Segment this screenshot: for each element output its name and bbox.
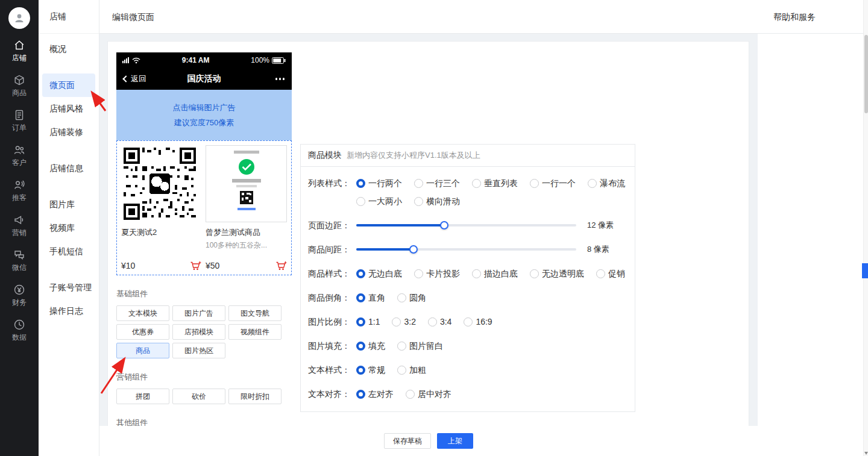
radio-regular[interactable]: 常规: [356, 363, 385, 376]
product-name: 夏天测试2: [121, 227, 201, 238]
radio-ratio-3-4[interactable]: 3:4: [428, 315, 451, 328]
sidebar-item-operation-log[interactable]: 操作日志: [39, 299, 99, 323]
setting-row-text-align: 文本对齐： 左对齐 居中对齐: [308, 387, 625, 401]
marketing-icon: [13, 214, 25, 226]
sidebar-item-image-library[interactable]: 图片库: [39, 193, 99, 216]
sidebar-item-wechat[interactable]: 微信: [0, 242, 39, 277]
slider-handle[interactable]: [440, 221, 448, 230]
radio-icon: [356, 342, 365, 351]
help-and-service-link[interactable]: 帮助和服务: [773, 12, 816, 23]
component-btn-image-ad[interactable]: 图片广告: [172, 305, 225, 321]
cart-plus-icon: [190, 261, 201, 270]
vertical-scrollbar[interactable]: [863, 0, 868, 456]
radio-one-per-row[interactable]: 一行一个: [530, 176, 576, 190]
image-ad-placeholder[interactable]: 点击编辑图片广告 建议宽度750像素: [116, 90, 292, 140]
publish-button[interactable]: 上架: [437, 433, 473, 449]
sidebar-item-shop-info[interactable]: 店铺信息: [39, 157, 99, 180]
right-help-column: [758, 34, 863, 456]
store-avatar[interactable]: [8, 7, 30, 29]
scrollbar-down-arrow-icon[interactable]: [864, 452, 868, 455]
radio-icon: [397, 293, 406, 302]
component-btn-goods[interactable]: 商品: [116, 343, 169, 358]
sidebar-item-micropage[interactable]: 微页面: [42, 73, 95, 97]
radio-round-corner[interactable]: 圆角: [397, 291, 426, 304]
component-btn-image-text-nav[interactable]: 图文导航: [228, 305, 281, 321]
setting-label: 图片比例：: [308, 315, 356, 328]
slider-handle[interactable]: [409, 245, 418, 254]
radio-fill[interactable]: 填充: [356, 339, 385, 352]
save-draft-button[interactable]: 保存草稿: [384, 433, 431, 449]
product-desc: 100多种的五谷杂...: [206, 240, 287, 251]
product-price: ¥10: [121, 261, 135, 270]
sidebar-item-sms[interactable]: 手机短信: [39, 240, 99, 263]
micropage-title: 国庆活动: [116, 73, 292, 84]
phone-preview-column: 9:41 AM 100% 返回 国庆活动: [116, 52, 292, 434]
sidebar-item-orders[interactable]: 订单: [0, 102, 39, 137]
sidebar-item-subaccount[interactable]: 子账号管理: [39, 276, 99, 299]
app-window: 店铺 商品 订单 客户 推客 营销 微信 财务: [0, 0, 868, 456]
radio-icon: [472, 269, 481, 278]
radio-stroke-white[interactable]: 描边白底: [472, 267, 518, 280]
item-gap-slider[interactable]: [356, 243, 576, 256]
sidebar-item-data[interactable]: 数据: [0, 312, 39, 347]
secondary-sidebar-title: 店铺: [39, 0, 99, 34]
sidebar-item-promoter[interactable]: 推客: [0, 172, 39, 207]
radio-image-padding[interactable]: 图片留白: [397, 339, 443, 352]
radio-ratio-3-2[interactable]: 3:2: [392, 315, 415, 328]
component-btn-store-sign[interactable]: 店招模块: [172, 324, 225, 340]
component-btn-flash-discount[interactable]: 限时折扣: [228, 389, 281, 404]
radio-icon: [596, 269, 605, 278]
sidebar-item-overview[interactable]: 概况: [39, 37, 99, 61]
radio-card-shadow[interactable]: 卡片投影: [414, 267, 460, 280]
orders-icon: [13, 109, 25, 121]
setting-label: 商品倒角：: [308, 291, 356, 304]
topbar: 编辑微页面 帮助和服务: [99, 0, 868, 34]
radio-no-border-white[interactable]: 无边白底: [356, 267, 402, 280]
radio-two-per-row[interactable]: 一行两个: [356, 176, 402, 190]
component-btn-text-module[interactable]: 文本模块: [116, 305, 169, 321]
sidebar-item-label: 店铺: [12, 54, 27, 61]
secondary-sidebar: 店铺 概况 微页面 店铺风格 店铺装修 店铺信息 图片库 视频库 手机短信 子账…: [39, 0, 99, 456]
sidebar-item-customers[interactable]: 客户: [0, 137, 39, 172]
sidebar-item-video-library[interactable]: 视频库: [39, 216, 99, 240]
setting-row-text-style: 文本样式： 常规 加粗: [308, 363, 625, 376]
component-btn-image-hotspot[interactable]: 图片热区: [172, 343, 225, 358]
radio-promo[interactable]: 促销: [596, 267, 625, 280]
sidebar-item-shop-decoration[interactable]: 店铺装修: [39, 120, 99, 144]
radio-icon: [464, 317, 473, 326]
component-btn-group-buy[interactable]: 拼团: [116, 389, 169, 404]
sidebar-item-finance[interactable]: 财务: [0, 277, 39, 312]
radio-one-big-two-small[interactable]: 一大两小: [356, 195, 402, 208]
setting-row-image-ratio: 图片比例： 1:1 3:2 3:4 16:9: [308, 315, 625, 328]
sidebar-item-shop[interactable]: 店铺: [0, 33, 39, 67]
radio-ratio-16-9[interactable]: 16:9: [464, 315, 492, 328]
component-btn-bargain[interactable]: 砍价: [172, 389, 225, 404]
radio-icon: [588, 179, 597, 188]
radio-no-border-transparent[interactable]: 无边透明底: [530, 267, 584, 280]
sidebar-item-goods[interactable]: 商品: [0, 67, 39, 102]
radio-align-center[interactable]: 居中对齐: [406, 387, 451, 401]
wechat-icon: [13, 249, 25, 261]
component-btn-video[interactable]: 视频组件: [228, 324, 281, 340]
sidebar-item-shop-style[interactable]: 店铺风格: [39, 97, 99, 120]
home-icon: [13, 39, 25, 51]
more-ellipsis-icon[interactable]: [275, 78, 285, 80]
radio-icon: [530, 179, 539, 188]
radio-waterfall[interactable]: 瀑布流: [588, 176, 625, 190]
radio-icon: [356, 390, 365, 399]
radio-ratio-1-1[interactable]: 1:1: [356, 315, 380, 328]
radio-align-left[interactable]: 左对齐: [356, 387, 394, 401]
page-margin-slider[interactable]: [356, 219, 576, 232]
radio-square-corner[interactable]: 直角: [356, 291, 385, 304]
sidebar-item-marketing[interactable]: 营销: [0, 207, 39, 242]
side-blue-tab[interactable]: [862, 263, 868, 278]
selected-goods-module[interactable]: 夏天测试2 ¥10: [116, 140, 292, 275]
radio-three-per-row[interactable]: 一行三个: [414, 176, 460, 190]
radio-horizontal-slide[interactable]: 横向滑动: [414, 195, 460, 208]
scrollbar-thumb[interactable]: [864, 35, 868, 113]
component-btn-coupon[interactable]: 优惠券: [116, 324, 169, 340]
radio-bold[interactable]: 加粗: [397, 363, 426, 376]
battery-icon: [272, 57, 286, 64]
setting-label: 商品样式：: [308, 267, 356, 280]
radio-vertical-list[interactable]: 垂直列表: [472, 176, 518, 190]
